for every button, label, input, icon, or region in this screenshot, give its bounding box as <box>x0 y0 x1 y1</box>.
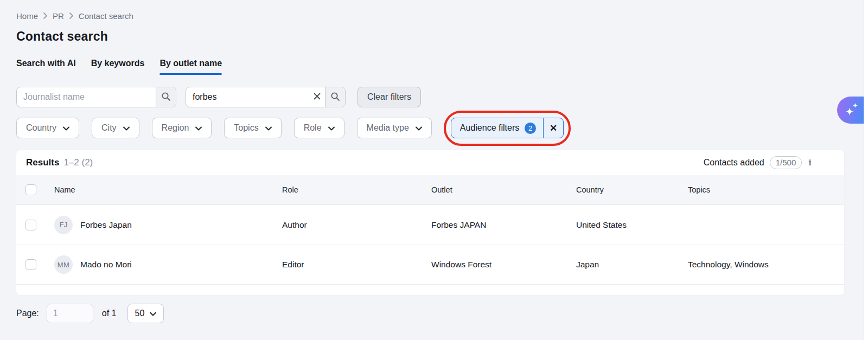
filter-city-dropdown[interactable]: City <box>92 118 139 138</box>
close-icon <box>314 93 321 101</box>
audience-filters-wrap: Audience filters 2 ✕ <box>451 118 564 138</box>
breadcrumb-chevron-icon <box>69 12 73 19</box>
chevron-down-icon <box>328 123 335 133</box>
breadcrumb: Home PR Contact search <box>16 11 852 21</box>
filter-topics-dropdown[interactable]: Topics <box>224 118 281 138</box>
avatar: MM <box>54 255 73 274</box>
column-header-country[interactable]: Country <box>576 185 688 194</box>
contact-role: Editor <box>282 260 431 270</box>
scrollbar-track[interactable] <box>864 0 868 340</box>
contact-search-page: Home PR Contact search Contact search Se… <box>0 0 868 323</box>
contact-topics: Technology, Windows <box>688 260 844 270</box>
tab-search-with-ai[interactable]: Search with AI <box>16 59 76 75</box>
audience-filters-label: Audience filters <box>460 123 519 133</box>
audience-filters-remove-button[interactable]: ✕ <box>543 118 563 138</box>
close-icon: ✕ <box>550 123 557 134</box>
chevron-down-icon <box>195 123 202 133</box>
breadcrumb-home[interactable]: Home <box>16 11 38 21</box>
tab-by-keywords[interactable]: By keywords <box>91 59 145 75</box>
contacts-added-label: Contacts added <box>704 158 764 168</box>
chevron-down-icon <box>150 309 156 318</box>
breadcrumb-chevron-icon <box>43 12 47 19</box>
chevron-down-icon <box>63 123 69 133</box>
results-card: Results 1–2 (2) Contacts added 1/500 i N… <box>16 150 844 295</box>
contact-name[interactable]: Forbes Japan <box>80 220 132 230</box>
page-number-input[interactable] <box>47 304 93 323</box>
filter-region-dropdown[interactable]: Region <box>152 118 212 138</box>
breadcrumb-current: Contact search <box>79 11 133 21</box>
filters-row: Country City Region Topics Role Media ty… <box>16 118 852 138</box>
results-header: Results 1–2 (2) Contacts added 1/500 i <box>16 150 844 175</box>
page-size-select[interactable]: 50 <box>127 304 164 323</box>
pagination: Page: of 1 50 <box>16 304 852 323</box>
journalist-search-button[interactable] <box>156 87 176 107</box>
column-header-name[interactable]: Name <box>54 185 282 194</box>
breadcrumb-pr[interactable]: PR <box>53 11 64 21</box>
outlet-search-button[interactable] <box>325 87 345 107</box>
contact-outlet: Forbes JAPAN <box>431 220 576 230</box>
contact-outlet: Windows Forest <box>431 260 576 270</box>
audience-filters-count-badge: 2 <box>525 123 536 134</box>
outlet-name-input[interactable] <box>186 87 309 107</box>
contact-country: United States <box>576 220 688 230</box>
contact-country: Japan <box>576 260 688 270</box>
results-count: 1–2 (2) <box>63 157 93 168</box>
column-header-role[interactable]: Role <box>282 185 431 194</box>
column-header-topics[interactable]: Topics <box>688 185 844 194</box>
clear-outlet-button[interactable] <box>309 87 325 107</box>
journalist-name-input[interactable] <box>17 87 156 107</box>
select-all-checkbox[interactable] <box>25 184 36 195</box>
filter-country-dropdown[interactable]: Country <box>16 118 79 138</box>
outlet-search-field <box>186 87 346 107</box>
avatar: FJ <box>54 216 73 234</box>
contact-role: Author <box>282 220 431 230</box>
search-row: Clear filters <box>16 87 852 107</box>
chevron-down-icon <box>123 123 130 133</box>
sparkles-icon <box>841 99 860 121</box>
chevron-down-icon <box>416 123 422 133</box>
row-checkbox[interactable] <box>25 259 36 270</box>
column-header-outlet[interactable]: Outlet <box>431 185 576 194</box>
journalist-search-field <box>16 87 176 107</box>
search-icon <box>161 92 171 103</box>
filter-media-type-dropdown[interactable]: Media type <box>357 118 432 138</box>
page-total-label: of 1 <box>102 309 117 318</box>
row-checkbox[interactable] <box>25 220 36 230</box>
table-header-row: Name Role Outlet Country Topics <box>16 175 844 204</box>
clear-filters-button[interactable]: Clear filters <box>358 87 421 107</box>
page-label: Page: <box>16 309 39 318</box>
page-title: Contact search <box>16 29 852 44</box>
tab-bar: Search with AI By keywords By outlet nam… <box>16 59 852 75</box>
table-row: FJ Forbes Japan Author Forbes JAPAN Unit… <box>16 204 844 245</box>
tab-by-outlet-name[interactable]: By outlet name <box>159 59 222 75</box>
contacts-quota-badge: 1/500 <box>770 156 802 169</box>
contact-name[interactable]: Mado no Mori <box>80 260 132 270</box>
search-icon <box>330 92 340 103</box>
filter-role-dropdown[interactable]: Role <box>294 118 344 138</box>
info-icon[interactable]: i <box>807 158 813 168</box>
chevron-down-icon <box>265 123 272 133</box>
results-title: Results <box>26 157 59 168</box>
table-row: MM Mado no Mori Editor Windows Forest Ja… <box>16 245 844 285</box>
audience-filters-button[interactable]: Audience filters 2 ✕ <box>451 118 564 138</box>
ai-assistant-button[interactable] <box>837 97 864 124</box>
